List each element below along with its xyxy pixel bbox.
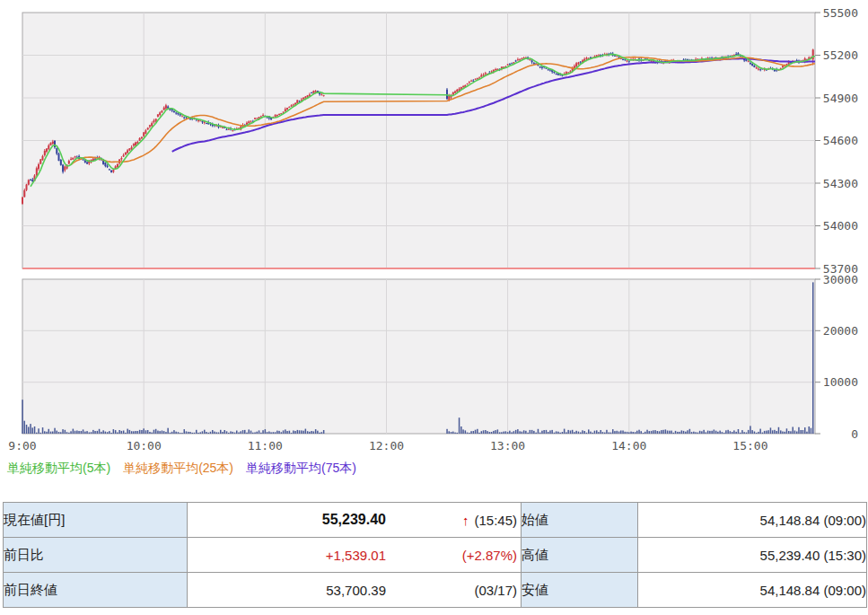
change-cell: +1,539.01 (+2.87%) (188, 538, 522, 573)
change-value: +1,539.01 (326, 548, 386, 563)
svg-text:54300: 54300 (823, 177, 858, 190)
current-price-label: 現在値[円] (4, 503, 188, 538)
svg-text:13:00: 13:00 (490, 439, 525, 452)
svg-text:14:00: 14:00 (611, 439, 646, 452)
change-label: 前日比 (4, 538, 188, 573)
up-arrow-icon: ↑ (462, 513, 469, 528)
table-row: 現在値[円] 55,239.40 ↑(15:45) 始値 54,148.84 (… (4, 503, 867, 538)
low-price-value: 54,148.84 (09:00) (638, 573, 867, 608)
ma5-legend-label: 単純移動平均(5本) (7, 461, 110, 480)
table-row: 前日比 +1,539.01 (+2.87%) 高値 55,239.40 (15:… (4, 538, 867, 573)
low-price-label: 安値 (522, 573, 638, 608)
svg-text:55500: 55500 (823, 6, 858, 20)
svg-text:0: 0 (851, 427, 858, 441)
high-price-label: 高値 (522, 538, 638, 573)
prev-close-cell: 53,700.39 (03/17) (188, 573, 522, 608)
table-row: 前日終値 53,700.39 (03/17) 安値 54,148.84 (09:… (4, 573, 867, 608)
svg-text:54000: 54000 (823, 219, 858, 233)
svg-text:11:00: 11:00 (248, 439, 283, 452)
svg-text:9:00: 9:00 (8, 439, 36, 452)
prev-close-label: 前日終値 (4, 573, 188, 608)
price-volume-chart: 9:0010:0011:0012:0013:0014:0015:00555005… (0, 0, 868, 455)
open-price-value: 54,148.84 (09:00) (638, 503, 867, 538)
open-price-label: 始値 (522, 503, 638, 538)
ma-legend: 単純移動平均(5本) 単純移動平均(25本) 単純移動平均(75本) (7, 461, 868, 480)
current-price-cell: 55,239.40 ↑(15:45) (188, 503, 522, 538)
svg-text:54900: 54900 (823, 92, 858, 105)
svg-text:30000: 30000 (823, 273, 858, 286)
svg-text:54600: 54600 (823, 134, 858, 147)
current-price-value: 55,239.40 (322, 512, 386, 528)
current-price-time: ↑(15:45) (462, 513, 517, 528)
svg-text:10000: 10000 (823, 375, 858, 389)
quote-table: 現在値[円] 55,239.40 ↑(15:45) 始値 54,148.84 (… (3, 502, 867, 608)
high-price-value: 55,239.40 (15:30) (638, 538, 867, 573)
svg-text:12:00: 12:00 (369, 439, 404, 452)
svg-text:15:00: 15:00 (732, 439, 767, 452)
svg-text:10:00: 10:00 (127, 439, 162, 452)
stock-chart-page: 9:0010:0011:0012:0013:0014:0015:00555005… (0, 0, 868, 615)
change-percent: (+2.87%) (462, 548, 517, 563)
svg-text:55200: 55200 (823, 48, 858, 62)
prev-close-date: (03/17) (474, 583, 517, 598)
svg-text:20000: 20000 (823, 324, 858, 338)
prev-close-value: 53,700.39 (326, 583, 386, 598)
ma75-legend-label: 単純移動平均(75本) (246, 461, 356, 480)
ma25-legend-label: 単純移動平均(25本) (123, 461, 233, 480)
